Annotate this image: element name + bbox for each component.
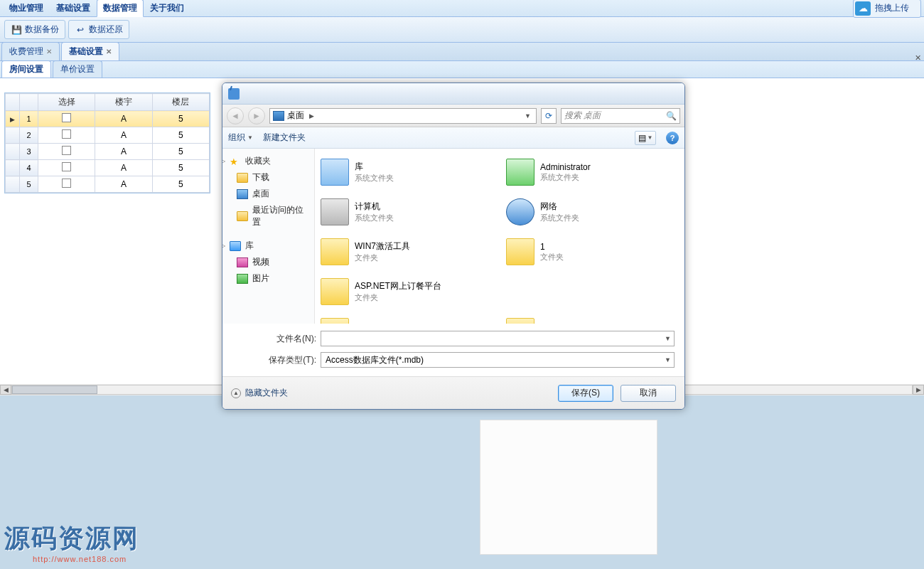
row-selector[interactable] xyxy=(6,144,20,160)
backup-icon: 💾 xyxy=(11,24,22,36)
file-item[interactable] xyxy=(503,312,682,324)
scroll-right-icon[interactable]: ▶ xyxy=(913,385,924,395)
close-icon[interactable]: ✕ xyxy=(106,48,112,55)
tree-pictures[interactable]: 图片 xyxy=(224,270,313,287)
tab-fee-mgmt[interactable]: 收费管理 ✕ xyxy=(1,42,60,60)
breadcrumb[interactable]: 桌面 ▶ ▼ xyxy=(269,108,537,124)
col-building[interactable]: 楼宇 xyxy=(95,94,152,111)
file-name: 计算机 xyxy=(355,201,394,213)
folder-icon xyxy=(506,198,534,225)
hide-folders-link[interactable]: ▲ 隐藏文件夹 xyxy=(231,387,288,399)
col-select[interactable]: 选择 xyxy=(38,94,95,111)
file-item[interactable]: ASP.NET网上订餐平台文件夹 xyxy=(318,272,496,311)
tree-videos[interactable]: 视频 xyxy=(224,254,313,270)
library-icon xyxy=(230,241,241,251)
checkbox[interactable] xyxy=(62,162,71,171)
file-item[interactable]: WIN7激活工具文件夹 xyxy=(318,233,496,271)
tree-downloads[interactable]: 下载 xyxy=(224,169,313,186)
inner-tabs: 房间设置 单价设置 xyxy=(0,61,924,78)
file-item[interactable]: 库系统文件夹 xyxy=(318,153,496,191)
menu-about[interactable]: 关于我们 xyxy=(144,0,190,17)
row-selector[interactable] xyxy=(6,176,20,193)
nav-back-button[interactable]: ◄ xyxy=(227,107,244,124)
organize-button[interactable]: 组织 ▼ xyxy=(228,132,253,144)
tree-desktop[interactable]: 桌面 xyxy=(224,186,313,202)
folder-icon xyxy=(321,318,349,324)
row-selector[interactable]: ▶ xyxy=(6,111,20,127)
checkbox[interactable] xyxy=(62,146,71,155)
tree-recent[interactable]: 最近访问的位置 xyxy=(224,202,313,230)
cell-select[interactable] xyxy=(38,127,95,144)
chevron-right-icon[interactable]: ▶ xyxy=(307,112,316,119)
picture-icon xyxy=(237,274,248,284)
table-row[interactable]: 4A5 xyxy=(6,160,210,176)
scroll-left-icon[interactable]: ◀ xyxy=(0,385,11,395)
menu-property[interactable]: 物业管理 xyxy=(3,0,50,17)
cell-select[interactable] xyxy=(38,160,95,176)
row-selector[interactable] xyxy=(6,160,20,176)
table-row[interactable]: 5A5 xyxy=(6,176,210,193)
search-input[interactable]: 搜索 桌面 🔍 xyxy=(561,108,680,124)
watermark-title: 源码资源网 xyxy=(4,521,139,556)
restore-button[interactable]: ↩ 数据还原 xyxy=(68,20,129,39)
row-selector[interactable] xyxy=(6,127,20,144)
folder-icon xyxy=(321,238,349,265)
file-item[interactable]: 计算机系统文件夹 xyxy=(318,193,496,231)
nav-tree[interactable]: ▷★收藏夹 下载 桌面 最近访问的位置 ▷库 视频 图片 xyxy=(222,149,315,324)
chevron-down-icon[interactable]: ▼ xyxy=(665,335,671,342)
cancel-button[interactable]: 取消 xyxy=(621,385,676,402)
tab-price-setting[interactable]: 单价设置 xyxy=(53,60,102,78)
outer-tabs-close-icon[interactable]: ✕ xyxy=(915,53,921,63)
file-item[interactable] xyxy=(503,272,682,311)
table-row[interactable]: 3A5 xyxy=(6,144,210,160)
help-button[interactable]: ? xyxy=(666,132,679,144)
organize-label: 组织 xyxy=(228,132,245,144)
nav-forward-button[interactable]: ► xyxy=(248,107,265,124)
toolbar: 💾 数据备份 ↩ 数据还原 xyxy=(0,17,924,43)
checkbox[interactable] xyxy=(62,179,71,188)
cell-select[interactable] xyxy=(38,111,95,127)
chevron-down-icon[interactable]: ▼ xyxy=(522,112,533,119)
refresh-button[interactable]: ⟳ xyxy=(541,108,557,124)
file-item[interactable]: 1文件夹 xyxy=(503,233,682,271)
save-button[interactable]: 保存(S) xyxy=(558,385,613,402)
cell-select[interactable] xyxy=(38,144,95,160)
tree-favorites[interactable]: ▷★收藏夹 xyxy=(224,153,313,169)
tab-base-label: 基础设置 xyxy=(69,46,103,58)
view-mode-button[interactable]: ▤▼ xyxy=(635,131,656,145)
cell-building: A xyxy=(95,144,152,160)
chevron-down-icon: ▼ xyxy=(247,134,253,141)
file-item[interactable]: 网络系统文件夹 xyxy=(503,193,682,231)
table-row[interactable]: ▶1A5 xyxy=(6,111,210,127)
close-icon[interactable]: ✕ xyxy=(46,48,52,55)
tree-item-label: 最近访问的位置 xyxy=(252,204,310,228)
tree-libraries[interactable]: ▷库 xyxy=(224,238,313,254)
filename-input[interactable]: ▼ xyxy=(321,331,675,346)
menu-data-mgmt[interactable]: 数据管理 xyxy=(97,0,144,17)
menu-base-settings[interactable]: 基础设置 xyxy=(50,0,97,17)
new-folder-button[interactable]: 新建文件夹 xyxy=(263,132,306,144)
table-row[interactable]: 2A5 xyxy=(6,127,210,144)
cell-select[interactable] xyxy=(38,176,95,193)
file-item[interactable]: doubleBall2.0 xyxy=(318,312,496,324)
scroll-thumb[interactable] xyxy=(12,385,97,394)
col-floor[interactable]: 楼层 xyxy=(152,94,209,111)
data-grid[interactable]: 选择 楼宇 楼层 ▶1A52A53A54A55A5 xyxy=(4,92,210,193)
chevron-down-icon[interactable]: ▼ xyxy=(665,356,671,363)
checkbox[interactable] xyxy=(62,113,71,122)
upload-label: 拖拽上传 xyxy=(875,2,909,14)
file-item[interactable]: Administrator系统文件夹 xyxy=(503,153,682,191)
tab-base-settings[interactable]: 基础设置 ✕ xyxy=(61,42,119,60)
file-name: 网络 xyxy=(540,201,579,213)
dialog-titlebar[interactable] xyxy=(222,83,684,105)
checkbox[interactable] xyxy=(62,129,71,139)
tab-room-setting[interactable]: 房间设置 xyxy=(1,60,51,78)
tree-lib-label: 库 xyxy=(245,240,254,252)
cell-building: A xyxy=(95,111,152,127)
filetype-select[interactable]: Access数据库文件(*.mdb)▼ xyxy=(321,352,675,368)
star-icon: ★ xyxy=(230,156,241,166)
upload-button[interactable]: ☁ 拖拽上传 xyxy=(853,0,921,18)
files-pane[interactable]: 库系统文件夹Administrator系统文件夹计算机系统文件夹网络系统文件夹W… xyxy=(315,149,684,324)
outer-tabs: 收费管理 ✕ 基础设置 ✕ xyxy=(0,43,924,61)
backup-button[interactable]: 💾 数据备份 xyxy=(4,20,65,39)
